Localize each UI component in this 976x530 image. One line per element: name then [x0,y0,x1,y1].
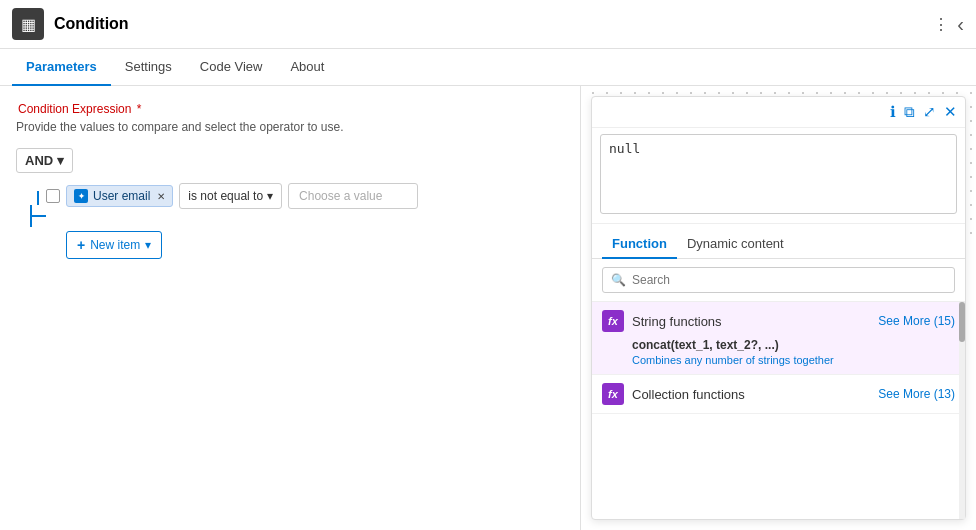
expression-textarea[interactable]: null [600,134,957,214]
main-tabs: Parameters Settings Code View About [0,49,976,86]
info-icon[interactable]: ℹ [890,103,896,121]
operator-dropdown[interactable]: is not equal to ▾ [179,183,282,209]
condition-expression-label: Condition Expression * [16,102,564,116]
new-item-button[interactable]: + New item ▾ [66,231,162,259]
tab-about[interactable]: About [276,49,338,86]
expand-icon[interactable]: ⤢ [923,103,936,121]
tab-settings[interactable]: Settings [111,49,186,86]
left-panel: Condition Expression * Provide the value… [0,86,580,530]
condition-rows: ✦ User email ✕ is not equal to ▾ Choose … [46,183,418,219]
token-icon: ✦ [74,189,88,203]
token-remove-icon[interactable]: ✕ [157,191,165,202]
expression-panel-header: ℹ ⧉ ⤢ ✕ [592,97,965,128]
expression-tabs: Function Dynamic content [592,224,965,259]
string-functions-name: String functions [632,314,722,329]
condition-description: Provide the values to compare and select… [16,120,564,134]
main-area: Condition Expression * Provide the value… [0,86,976,530]
connector-vert-top [37,191,39,205]
collection-functions-left: fx Collection functions [602,383,745,405]
collection-see-more[interactable]: See More (13) [878,387,955,401]
header-actions: ⋮ ‹ [933,13,964,36]
string-functions-header: fx String functions See More (15) [602,310,955,332]
condition-row-1: ✦ User email ✕ is not equal to ▾ Choose … [46,183,418,209]
chevron-down-icon: ▾ [57,153,64,168]
expression-textarea-wrapper: null [592,128,965,224]
connector-lines [30,191,46,227]
copy-icon[interactable]: ⧉ [904,103,915,121]
condition-icon: ▦ [12,8,44,40]
collection-functions-name: Collection functions [632,387,745,402]
search-wrapper: 🔍 [592,259,965,302]
function-list: fx String functions See More (15) concat… [592,302,965,519]
more-icon[interactable]: ⋮ [933,15,949,34]
close-icon[interactable]: ✕ [944,103,957,121]
value-input[interactable]: Choose a value [288,183,418,209]
string-function-detail: concat(text_1, text_2?, ...) Combines an… [602,332,955,366]
condition-row-wrapper: ✦ User email ✕ is not equal to ▾ Choose … [30,183,564,227]
collection-functions-category: fx Collection functions See More (13) [592,375,965,414]
scrollbar-thumb[interactable] [959,302,965,342]
and-dropdown[interactable]: AND ▾ [16,148,73,173]
search-input[interactable] [632,273,946,287]
header: ▦ Condition ⋮ ‹ [0,0,976,49]
concat-title[interactable]: concat(text_1, text_2?, ...) [632,338,955,352]
string-fx-badge: fx [602,310,624,332]
connector-horiz [32,215,46,217]
search-icon: 🔍 [611,273,626,287]
string-see-more[interactable]: See More (15) [878,314,955,328]
expression-panel: ℹ ⧉ ⤢ ✕ null Function Dynamic content 🔍 [591,96,966,520]
string-functions-left: fx String functions [602,310,722,332]
tab-code-view[interactable]: Code View [186,49,277,86]
search-container: 🔍 [602,267,955,293]
page-title: Condition [54,15,923,33]
new-item-chevron-icon: ▾ [145,238,151,252]
user-email-token: ✦ User email ✕ [66,185,173,207]
expr-tab-function[interactable]: Function [602,230,677,259]
row-checkbox[interactable] [46,189,60,203]
plus-icon: + [77,237,85,253]
operator-chevron-icon: ▾ [267,189,273,203]
tab-parameters[interactable]: Parameters [12,49,111,86]
collection-functions-header: fx Collection functions See More (13) [602,383,955,405]
back-icon[interactable]: ‹ [957,13,964,36]
concat-desc: Combines any number of strings together [632,354,955,366]
right-panel: ℹ ⧉ ⤢ ✕ null Function Dynamic content 🔍 [580,86,976,530]
expr-tab-dynamic[interactable]: Dynamic content [677,230,794,259]
string-functions-category: fx String functions See More (15) concat… [592,302,965,375]
scrollbar-track[interactable] [959,302,965,519]
collection-fx-badge: fx [602,383,624,405]
